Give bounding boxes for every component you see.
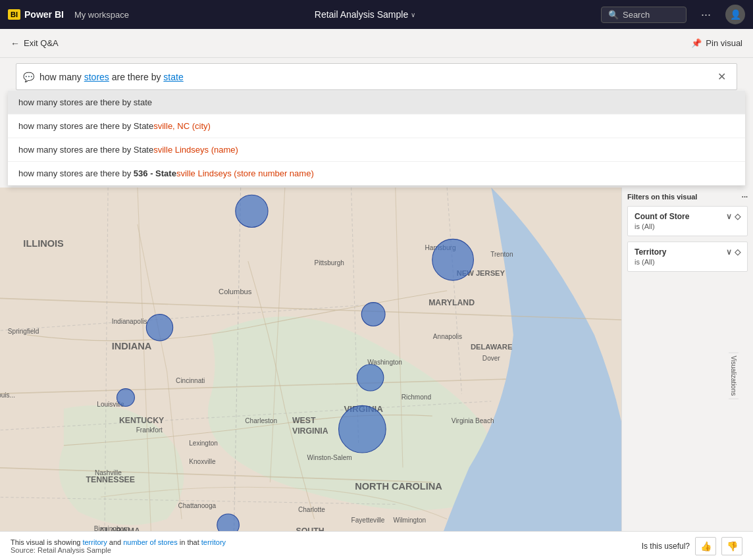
svg-text:Dover: Dover <box>482 355 500 362</box>
visualizations-tab[interactable]: Visualizations <box>729 352 739 399</box>
svg-text:Nashville: Nashville <box>95 469 122 476</box>
more-options-icon[interactable]: ··· <box>697 8 715 22</box>
useful-feedback: Is this useful? 👍 👎 <box>642 537 742 555</box>
bubble-ky <box>146 315 172 341</box>
visual-description: This visual is showing territory and num… <box>11 538 226 546</box>
svg-text:Wilmington: Wilmington <box>393 517 426 524</box>
title-chevron-icon[interactable]: ∨ <box>411 11 415 18</box>
filters-panel: Filters on this visual ··· Count of Stor… <box>621 188 753 560</box>
filter-count-label: Count of Store <box>635 212 689 221</box>
qa-suggestion-3[interactable]: how many stores are there by 536 - State… <box>8 162 745 186</box>
qa-clear-icon[interactable]: ✕ <box>714 69 730 84</box>
filter-count-clear-icon[interactable]: ◇ <box>735 212 740 221</box>
main-content: ILLINOIS INDIANA KENTUCKY TENNESSEE ALAB… <box>0 188 753 560</box>
qa-suggestion-0[interactable]: how many stores are there by state <box>8 91 745 115</box>
bubble-tn <box>117 389 135 407</box>
svg-text:Fayetteville: Fayetteville <box>351 517 385 524</box>
svg-text:Trenton: Trenton <box>490 251 513 258</box>
exit-qa-button[interactable]: ← Exit Q&A <box>11 38 59 49</box>
thumb-up-button[interactable]: 👍 <box>695 537 716 555</box>
back-arrow-icon: ← <box>11 38 20 49</box>
report-title-area: Retail Analysis Sample ∨ <box>140 9 590 20</box>
qa-suggestion-2-highlight: sville Lindseys (name) <box>153 145 238 155</box>
svg-text:INDIANA: INDIANA <box>112 341 152 351</box>
search-placeholder: Search <box>623 10 650 20</box>
svg-text:NORTH CAROLINA: NORTH CAROLINA <box>355 481 442 492</box>
qa-suggestion-3-bold: 536 - State <box>134 168 176 178</box>
exit-qa-label: Exit Q&A <box>24 38 59 48</box>
filter-territory-chevron-icon[interactable]: ∨ <box>726 247 732 257</box>
power-bi-logo: BI Power BI <box>8 9 64 20</box>
svg-text:Charlotte: Charlotte <box>298 506 325 513</box>
filters-more-icon[interactable]: ··· <box>742 193 748 201</box>
top-nav: BI Power BI My workspace Retail Analysis… <box>0 0 753 29</box>
pin-visual-label: Pin visual <box>706 38 742 48</box>
bubble-wv <box>361 303 385 326</box>
bubble-md <box>432 239 474 280</box>
stores-link: number of stores <box>123 538 178 546</box>
svg-text:Pittsburgh: Pittsburgh <box>315 259 344 267</box>
svg-text:Lexington: Lexington <box>189 440 218 447</box>
bottom-info: This visual is showing territory and num… <box>11 538 226 554</box>
qa-state-underline: state <box>163 72 183 82</box>
pin-icon: 📌 <box>691 38 702 48</box>
qa-suggestion-1[interactable]: how many stores are there by Statesville… <box>8 115 745 138</box>
filter-count-chevron-icon[interactable]: ∨ <box>726 212 732 221</box>
svg-text:Knoxville: Knoxville <box>189 458 216 465</box>
map-area[interactable]: ILLINOIS INDIANA KENTUCKY TENNESSEE ALAB… <box>0 188 621 560</box>
svg-text:Chattanooga: Chattanooga <box>178 502 216 509</box>
search-icon: 🔍 <box>608 10 619 20</box>
qa-stores-underline: stores <box>84 72 109 82</box>
pin-visual-button[interactable]: 📌 Pin visual <box>691 38 742 48</box>
svg-text:MARYLAND: MARYLAND <box>428 298 475 307</box>
territory-link2: territory <box>201 538 226 546</box>
svg-text:Charleston: Charleston <box>245 417 277 424</box>
workspace-link[interactable]: My workspace <box>74 10 129 20</box>
filter-count-store: Count of Store ∨ ◇ is (All) <box>627 206 748 236</box>
filter-territory-clear-icon[interactable]: ◇ <box>735 247 740 257</box>
useful-question-label: Is this useful? <box>642 542 690 551</box>
qa-suggestion-1-highlight: sville, NC (city) <box>153 121 211 131</box>
svg-text:Richmond: Richmond <box>402 394 431 401</box>
qa-suggestion-3-highlight: sville Lindseys (store number name) <box>176 168 314 178</box>
qa-chat-icon: 💬 <box>23 72 34 82</box>
filters-header-label: Filters on this visual <box>627 193 697 201</box>
qa-suggestions-dropdown: how many stores are there by state how m… <box>8 90 745 186</box>
thumb-down-button[interactable]: 👎 <box>721 537 742 555</box>
svg-text:Winston-Salem: Winston-Salem <box>307 454 351 461</box>
svg-text:Cincinnati: Cincinnati <box>176 377 205 384</box>
user-avatar[interactable]: 👤 <box>725 5 745 24</box>
svg-text:Louis...: Louis... <box>0 392 15 399</box>
visualizations-label: Visualizations <box>730 355 737 395</box>
svg-text:Virginia Beach: Virginia Beach <box>452 417 494 424</box>
power-bi-icon: BI <box>8 9 20 20</box>
filter-territory-label: Territory <box>635 247 666 257</box>
bubble-nc <box>339 405 386 453</box>
territory-link: territory <box>82 538 107 546</box>
svg-text:ILLINOIS: ILLINOIS <box>23 238 64 249</box>
map-svg: ILLINOIS INDIANA KENTUCKY TENNESSEE ALAB… <box>0 188 621 560</box>
filter-territory-value: is (All) <box>635 258 740 266</box>
sub-nav: ← Exit Q&A 📌 Pin visual <box>0 29 753 58</box>
filter-count-value: is (All) <box>635 222 740 230</box>
filter-territory: Territory ∨ ◇ is (All) <box>627 242 748 272</box>
report-title: Retail Analysis Sample <box>315 9 408 20</box>
bottom-bar: This visual is showing territory and num… <box>0 531 753 560</box>
svg-text:Frankfort: Frankfort <box>136 426 163 434</box>
avatar-icon: 👤 <box>730 9 741 20</box>
qa-suggestion-2[interactable]: how many stores are there by Statesville… <box>8 138 745 162</box>
source-label: Source: Retail Analysis Sample <box>11 546 226 554</box>
bubble-va <box>357 365 384 391</box>
search-box[interactable]: 🔍 Search <box>601 7 687 23</box>
svg-text:TENNESSEE: TENNESSEE <box>86 475 135 484</box>
qa-input-field[interactable]: how many stores are there by state <box>39 72 708 82</box>
qa-input-container: 💬 how many stores are there by state ✕ <box>16 63 737 90</box>
filters-header: Filters on this visual ··· <box>627 193 748 201</box>
app-name: Power BI <box>24 9 64 20</box>
bubble-il <box>236 195 268 227</box>
svg-text:DELAWARE: DELAWARE <box>471 343 513 351</box>
svg-text:Columbus: Columbus <box>219 288 252 295</box>
